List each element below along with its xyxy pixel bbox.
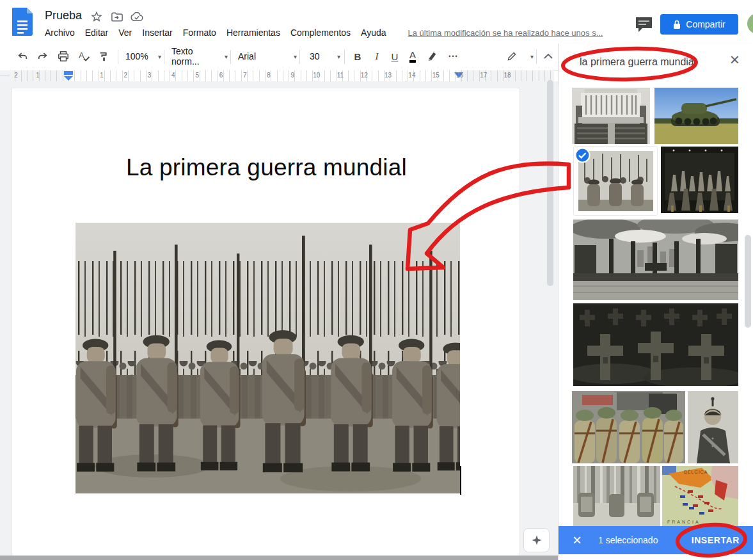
indent-marker-left[interactable] [63, 71, 74, 81]
image-result[interactable] [572, 88, 650, 144]
menu-item-ayuda[interactable]: Ayuda [361, 28, 386, 38]
style-value: Texto norm... [171, 46, 221, 67]
map-label-france: FRANCIA [667, 520, 701, 524]
ruler-number: 14 [408, 72, 415, 79]
image-result[interactable]: BÉLGICA FRANCIA [662, 466, 738, 526]
chevron-down-icon: ▾ [225, 53, 228, 60]
panel-scrollbar[interactable] [745, 235, 751, 328]
underline-button[interactable]: U [386, 47, 403, 65]
font-select[interactable]: Arial ▾ [235, 47, 299, 65]
menu-item-archivo[interactable]: Archivo [45, 28, 75, 38]
clear-selection-icon[interactable]: × [573, 532, 582, 548]
explore-button[interactable] [523, 528, 550, 552]
ruler-number: 16 [456, 72, 463, 79]
move-to-folder-icon[interactable] [111, 12, 123, 22]
font-value: Arial [238, 51, 256, 61]
document-page[interactable]: La primera guerra mundial [12, 88, 520, 560]
selected-check-icon [575, 147, 591, 163]
text-cursor [460, 466, 461, 495]
inserted-photo-soldiers[interactable] [75, 223, 460, 493]
toolbar: A 100% ▾ Texto norm... ▾ Arial ▾ 30 ▾ B … [0, 44, 558, 71]
image-result-selected[interactable] [573, 146, 658, 216]
more-options-button[interactable]: ••• [445, 47, 462, 65]
menu-item-insertar[interactable]: Insertar [142, 28, 172, 38]
share-button-label: Compartir [686, 19, 725, 29]
image-result[interactable] [688, 391, 738, 463]
image-result[interactable] [573, 466, 660, 526]
menu-item-ver[interactable]: Ver [118, 28, 132, 38]
bold-button[interactable]: B [349, 47, 366, 65]
document-area: La primera guerra mundial [0, 81, 558, 560]
google-docs-logo-icon[interactable] [12, 8, 33, 36]
italic-button[interactable]: I [369, 47, 385, 65]
image-result[interactable] [573, 303, 738, 386]
lock-icon [673, 20, 681, 29]
chevron-down-icon: ▾ [294, 53, 297, 60]
share-button[interactable]: Compartir [660, 14, 738, 35]
font-size-value: 30 [310, 51, 320, 61]
font-size-select[interactable]: 30 ▾ [307, 47, 343, 65]
ruler-number: 1 [100, 72, 104, 79]
window-bottom-edge [0, 556, 558, 560]
chevron-down-icon: ▾ [337, 53, 340, 60]
search-results-grid: BÉLGICA FRANCIA [559, 83, 753, 526]
close-panel-icon[interactable]: × [730, 51, 740, 68]
explore-star-icon [531, 534, 543, 546]
ruler-number: 9 [291, 72, 295, 79]
menu-item-herramientas[interactable]: Herramientas [226, 28, 280, 38]
comment-history-icon[interactable] [635, 17, 653, 33]
insert-button[interactable]: INSERTAR [692, 535, 740, 545]
image-result[interactable] [572, 391, 685, 463]
last-modified-link[interactable]: La última modificación se ha realizado h… [408, 28, 603, 38]
spellcheck-button[interactable]: A [75, 47, 92, 65]
google-docs-window: Prueba ArchivoEditarVerInsertarFormatoHe… [0, 0, 753, 560]
zoom-select[interactable]: 100% ▾ [123, 47, 164, 65]
ruler-number: 5 [195, 72, 199, 79]
menu-item-complementos[interactable]: Complementos [290, 28, 351, 38]
image-result[interactable] [654, 88, 738, 144]
menu-bar: ArchivoEditarVerInsertarFormatoHerramien… [45, 28, 603, 38]
account-avatar[interactable] [746, 13, 753, 34]
image-result[interactable] [661, 147, 738, 213]
paint-format-button[interactable] [96, 47, 113, 65]
ruler-number: 7 [243, 72, 247, 79]
ruler-number: 18 [504, 72, 511, 79]
collapse-toolbar-button[interactable] [540, 47, 557, 65]
image-search-panel: la primera guerra mundial × [558, 44, 753, 560]
image-result[interactable] [573, 220, 738, 300]
svg-text:A: A [79, 51, 84, 60]
ruler-number: 11 [337, 72, 344, 79]
horizontal-ruler[interactable]: 21123456789101112131415161718 [10, 70, 554, 81]
ruler-number: 13 [384, 72, 392, 79]
undo-button[interactable] [14, 47, 31, 65]
ruler-number: 3 [148, 72, 152, 79]
selection-action-bar: × 1 seleccionado INSERTAR [559, 526, 753, 554]
redo-button[interactable] [35, 47, 51, 65]
paragraph-style-select[interactable]: Texto norm... ▾ [169, 47, 230, 65]
ruler-number: 1 [36, 72, 40, 79]
star-icon[interactable] [91, 11, 102, 22]
document-scrollbar[interactable] [547, 80, 553, 286]
ruler-number: 15 [432, 72, 440, 79]
pencil-icon [507, 51, 517, 61]
image-search-header: la primera guerra mundial × [559, 44, 753, 84]
text-color-button[interactable]: A [404, 47, 421, 65]
ruler-number: 2 [124, 72, 128, 79]
ruler-number: 8 [267, 72, 271, 79]
menu-item-formato[interactable]: Formato [183, 28, 216, 38]
ruler-number: 2 [14, 72, 18, 79]
ruler-number: 17 [480, 72, 487, 79]
zoom-value: 100% [125, 51, 148, 61]
menu-item-editar[interactable]: Editar [85, 28, 109, 38]
cloud-saved-icon[interactable] [131, 12, 143, 22]
chevron-down-icon: ▾ [158, 53, 161, 60]
search-input[interactable]: la primera guerra mundial [580, 56, 696, 68]
app-header: Prueba ArchivoEditarVerInsertarFormatoHe… [0, 0, 753, 44]
document-heading[interactable]: La primera guerra mundial [12, 154, 521, 181]
ruler-number: 4 [171, 72, 175, 79]
print-button[interactable] [55, 47, 72, 65]
highlight-color-button[interactable] [424, 47, 440, 65]
map-label-belgium: BÉLGICA [684, 469, 708, 474]
editing-mode-select[interactable]: ▾ [504, 47, 536, 65]
document-name[interactable]: Prueba [45, 9, 82, 22]
